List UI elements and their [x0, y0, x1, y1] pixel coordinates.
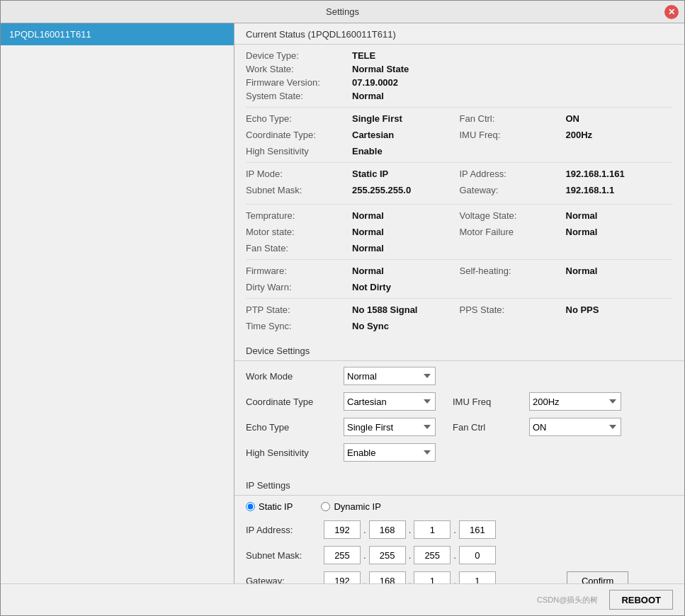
coord-type-label: Coordinate Type: — [246, 130, 352, 140]
static-ip-radio-label[interactable]: Static IP — [246, 501, 293, 512]
gateway-dot-1: . — [361, 576, 369, 584]
subnet-dot-2: . — [406, 550, 414, 561]
static-ip-radio[interactable] — [246, 502, 255, 511]
device-settings-title: Device Settings — [234, 340, 684, 361]
echo-type-settings-label: Echo Type — [246, 422, 338, 433]
ip-address-o3[interactable] — [414, 520, 451, 539]
gateway-dot-3: . — [451, 576, 459, 584]
subnet-mask-row: Subnet Mask: 255.255.255.0 — [246, 185, 460, 195]
time-sync-label: Time Sync: — [246, 321, 352, 331]
temperature-value: Normal — [352, 210, 384, 221]
high-sensitivity-value: Enable — [352, 146, 383, 156]
ip-address-o1[interactable] — [324, 520, 361, 539]
firmware-version-row: Firmware Version: 07.19.0002 — [246, 77, 673, 88]
device-type-label: Device Type: — [246, 50, 352, 61]
reboot-button[interactable]: REBOOT — [609, 590, 673, 610]
gateway-row: Gateway: 192.168.1.1 — [460, 185, 674, 195]
subnet-mask-value: 255.255.255.0 — [352, 185, 411, 195]
fan-ctrl-label: Fan Ctrl: — [460, 113, 566, 124]
coordinate-type-select[interactable]: Cartesian Spherical — [344, 392, 436, 411]
ip-address-value: 192.168.1.161 — [566, 169, 625, 179]
voltage-state-row: Voltage State: Normal — [460, 210, 674, 221]
subnet-mask-o1[interactable] — [324, 546, 361, 564]
ip-mode-value: Static IP — [352, 169, 388, 179]
motor-failure-row: Motor Failure Normal — [460, 227, 674, 237]
fan-ctrl-row: Fan Ctrl: ON — [460, 113, 674, 124]
echo-fan-row: Echo Type Single First Single Strongest … — [246, 418, 673, 436]
temperature-row: Temprature: Normal — [246, 210, 460, 221]
firmware-row: Firmware: Normal — [246, 266, 460, 276]
gateway-o1[interactable] — [324, 571, 361, 583]
work-mode-select[interactable]: Normal Standby — [344, 367, 436, 385]
fan-ctrl-value: ON — [566, 113, 580, 124]
dynamic-ip-radio-label[interactable]: Dynamic IP — [321, 501, 380, 512]
ip-address-o2[interactable] — [369, 520, 406, 539]
ptp-state-row: PTP State: No 1588 Signal — [246, 304, 460, 315]
right-panel-container: Current Status (1PQDL160011T611) Device … — [234, 23, 684, 583]
subnet-mask-label: Subnet Mask: — [246, 185, 352, 195]
ip-dot-1: . — [361, 525, 369, 535]
ip-settings-title: IP Settings — [234, 474, 684, 496]
gateway-o3[interactable] — [414, 571, 451, 583]
ip-address-o4[interactable] — [459, 520, 496, 539]
confirm-button[interactable]: Confirm — [567, 571, 629, 583]
work-state-label: Work State: — [246, 64, 352, 74]
high-sensitivity-select[interactable]: Enable Disable — [344, 443, 436, 462]
imu-freq-value: 200Hz — [566, 130, 593, 140]
device-settings-section: Work Mode Normal Standby Coordinate Type… — [234, 361, 684, 474]
subnet-mask-o3[interactable] — [414, 546, 451, 564]
self-heating-label: Self-heating: — [460, 266, 566, 276]
fan-ctrl-select[interactable]: ON OFF — [529, 418, 621, 436]
ptp-state-label: PTP State: — [246, 304, 352, 315]
work-mode-row: Work Mode Normal Standby — [246, 367, 673, 385]
ptp-state-value: No 1588 Signal — [352, 304, 417, 315]
high-sensitivity-settings-row: High Sensitivity Enable Disable — [246, 443, 673, 462]
work-mode-label: Work Mode — [246, 371, 338, 382]
time-sync-row: Time Sync: No Sync — [246, 321, 673, 331]
gateway-input-row: Gateway: . . . Confirm — [246, 571, 673, 583]
gateway-o2[interactable] — [369, 571, 406, 583]
device-type-row: Device Type: TELE — [246, 50, 673, 61]
ip-settings-section: Static IP Dynamic IP IP Address: . . — [234, 496, 684, 583]
echo-type-select[interactable]: Single First Single Strongest Dual Retur… — [344, 418, 436, 436]
gateway-dot-2: . — [406, 576, 414, 584]
subnet-dot-1: . — [361, 550, 369, 561]
title-bar: Settings ✕ — [1, 1, 684, 23]
system-state-label: System State: — [246, 91, 352, 101]
pps-state-row: PPS State: No PPS — [460, 304, 674, 315]
pps-state-label: PPS State: — [460, 304, 566, 315]
work-state-value: Normal State — [352, 64, 409, 74]
coord-type-row: Coordinate Type: Cartesian — [246, 130, 460, 140]
imu-freq-select[interactable]: 200Hz 400Hz Off — [529, 392, 621, 411]
work-state-row: Work State: Normal State — [246, 64, 673, 74]
fan-state-value: Normal — [352, 243, 384, 253]
sidebar-item-device1[interactable]: 1PQDL160011T611 — [1, 23, 234, 45]
gateway-o4[interactable] — [459, 571, 496, 583]
dirty-warn-label: Dirty Warn: — [246, 282, 352, 292]
fan-state-row: Fan State: Normal — [246, 243, 673, 253]
close-button[interactable]: ✕ — [664, 5, 679, 19]
pps-state-value: No PPS — [566, 304, 599, 315]
current-status-title: Current Status (1PQDL160011T611) — [234, 23, 684, 45]
echo-type-value: Single First — [352, 113, 402, 124]
motor-failure-label: Motor Failure — [460, 227, 566, 237]
subnet-mask-o2[interactable] — [369, 546, 406, 564]
motor-state-value: Normal — [352, 227, 384, 237]
echo-type-label: Echo Type: — [246, 113, 352, 124]
subnet-mask-o4[interactable] — [459, 546, 496, 564]
ip-address-input-label: IP Address: — [246, 525, 324, 535]
watermark: CSDN@插头的树 — [537, 595, 598, 605]
subnet-mask-input-label: Subnet Mask: — [246, 550, 324, 561]
main-content: 1PQDL160011T611 Current Status (1PQDL160… — [1, 23, 684, 583]
fan-state-label: Fan State: — [246, 243, 352, 253]
window-title: Settings — [326, 6, 359, 17]
subnet-dot-3: . — [451, 550, 459, 561]
firmware-label: Firmware: — [246, 266, 352, 276]
imu-freq-label: IMU Freq: — [460, 130, 566, 140]
device-type-value: TELE — [352, 50, 375, 61]
dynamic-ip-radio[interactable] — [321, 502, 330, 511]
firmware-version-value: 07.19.0002 — [352, 77, 398, 88]
bottom-bar: CSDN@插头的树 REBOOT — [1, 583, 684, 615]
gateway-input-label: Gateway: — [246, 576, 324, 584]
ip-address-row: IP Address: 192.168.1.161 — [460, 169, 674, 179]
